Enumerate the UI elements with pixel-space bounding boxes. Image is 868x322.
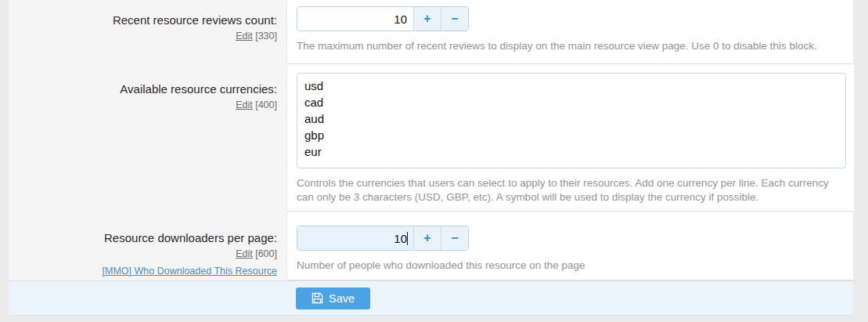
option-id: [400]	[255, 99, 277, 110]
spinner-input-wrap	[297, 226, 413, 250]
decrement-button[interactable]: −	[441, 7, 468, 31]
number-spinner: + −	[297, 6, 469, 31]
number-spinner: + −	[297, 226, 469, 251]
option-description: The maximum number of recent reviews to …	[297, 39, 845, 53]
option-description: Controls the currencies that users can s…	[297, 176, 846, 204]
label-cell: Recent resource reviews count: Edit [330…	[9, 0, 286, 64]
downloaders-per-page-input[interactable]	[297, 226, 413, 250]
edit-link[interactable]: Edit	[236, 248, 253, 259]
option-id: [600]	[255, 248, 277, 259]
row-label: Resource downloaders per page:	[9, 230, 277, 245]
increment-button[interactable]: +	[413, 7, 441, 31]
row-label: Available resource currencies:	[9, 81, 277, 96]
addon-link[interactable]: [MMO] Who Downloaded This Resource	[9, 264, 277, 279]
label-cell: Resource downloaders per page: Edit [600…	[9, 212, 286, 280]
edit-line: Edit [600]	[9, 247, 277, 262]
form-row-currencies: Available resource currencies: Edit [400…	[9, 64, 853, 212]
option-id: [330]	[255, 31, 277, 42]
edit-link[interactable]: Edit	[236, 99, 253, 110]
save-button-label: Save	[329, 292, 355, 305]
form-footer: Save	[9, 280, 853, 316]
text-caret	[407, 232, 408, 245]
currencies-textarea[interactable]: usd cad aud gbp eur	[297, 73, 846, 168]
options-panel: Recent resource reviews count: Edit [330…	[9, 0, 853, 316]
edit-line: Edit [400]	[9, 98, 277, 113]
edit-line: Edit [330]	[9, 29, 277, 44]
form-row-downloaders: Resource downloaders per page: Edit [600…	[9, 212, 853, 280]
plus-icon: +	[423, 232, 430, 244]
recent-reviews-count-input[interactable]	[297, 7, 413, 31]
minus-icon: −	[451, 13, 458, 25]
label-cell: Available resource currencies: Edit [400…	[9, 64, 286, 212]
decrement-button[interactable]: −	[441, 226, 468, 250]
save-floppy-icon	[312, 292, 323, 304]
minus-icon: −	[451, 232, 458, 244]
edit-link[interactable]: Edit	[236, 31, 253, 42]
increment-button[interactable]: +	[413, 226, 441, 250]
plus-icon: +	[423, 13, 430, 25]
content-cell: usd cad aud gbp eur Controls the currenc…	[286, 64, 854, 212]
spinner-input-wrap	[297, 7, 413, 31]
content-cell: + − Number of people who downloaded this…	[286, 212, 853, 280]
save-button[interactable]: Save	[296, 288, 370, 309]
form-row-recent-reviews: Recent resource reviews count: Edit [330…	[9, 0, 853, 64]
content-cell: + − The maximum number of recent reviews…	[286, 0, 853, 64]
row-label: Recent resource reviews count:	[9, 13, 277, 27]
option-description: Number of people who downloaded this res…	[297, 259, 845, 273]
